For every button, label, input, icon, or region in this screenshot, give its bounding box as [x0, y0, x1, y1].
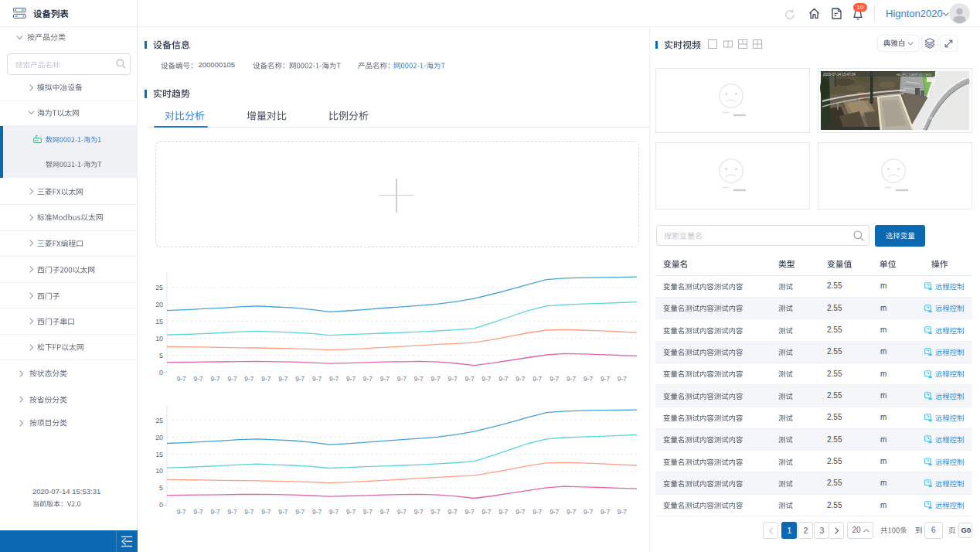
svg-text:9-7: 9-7: [346, 375, 356, 383]
svg-text:9-7: 9-7: [261, 375, 271, 383]
svg-text:9-7: 9-7: [380, 375, 390, 383]
svg-text:9-7: 9-7: [499, 375, 508, 383]
svg-text:2020-07-14 15:47:04: 2020-07-14 15:47:04: [823, 73, 856, 77]
svg-text:20: 20: [155, 301, 163, 308]
svg-text:9-7: 9-7: [363, 375, 373, 383]
svg-text:9-7: 9-7: [194, 375, 203, 383]
svg-text:9-7: 9-7: [329, 375, 339, 383]
svg-text:9-7: 9-7: [533, 375, 542, 383]
svg-text:9-7: 9-7: [584, 375, 593, 383]
svg-text:5: 5: [159, 352, 163, 359]
svg-text:9-7: 9-7: [227, 375, 236, 383]
svg-text:9-7: 9-7: [244, 375, 254, 383]
svg-text:9-7: 9-7: [601, 375, 610, 383]
svg-text:15: 15: [155, 318, 163, 325]
svg-text:9-7: 9-7: [516, 375, 525, 383]
svg-text:9-7: 9-7: [464, 375, 474, 383]
svg-text:0: 0: [159, 369, 163, 377]
svg-text:9-7: 9-7: [618, 375, 627, 383]
svg-text:9-7: 9-7: [431, 375, 441, 383]
svg-text:9-7: 9-7: [397, 375, 407, 383]
svg-text:9-7: 9-7: [177, 375, 186, 383]
svg-text:9-7: 9-7: [448, 375, 458, 383]
svg-text:NET(171) CH01: NET(171) CH01: [929, 116, 957, 121]
svg-text:9-7: 9-7: [312, 375, 322, 383]
svg-text:10: 10: [155, 335, 163, 342]
svg-text:9-7: 9-7: [414, 375, 424, 383]
svg-text:9-7: 9-7: [211, 375, 220, 383]
svg-text:HD-IPC 1080P 03 CH01: HD-IPC 1080P 03 CH01: [897, 73, 932, 77]
svg-text:9-7: 9-7: [278, 375, 288, 383]
svg-text:9-7: 9-7: [481, 375, 491, 383]
svg-text:9-7: 9-7: [567, 375, 576, 383]
svg-text:9-7: 9-7: [550, 375, 559, 383]
svg-text:9-7: 9-7: [295, 375, 305, 383]
svg-text:25: 25: [155, 284, 163, 291]
